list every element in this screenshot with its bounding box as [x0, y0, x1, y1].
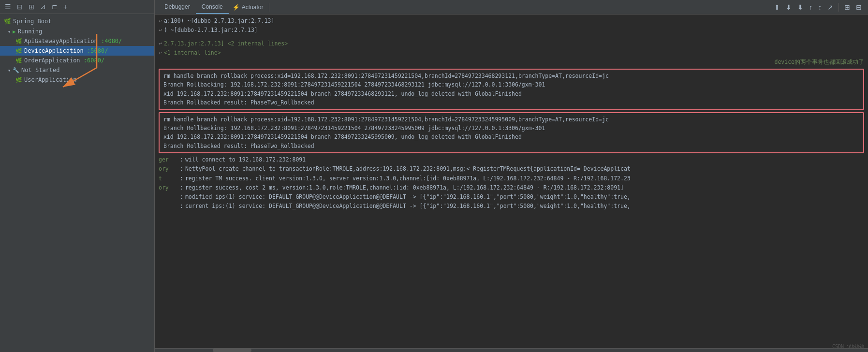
- api-gateway-item[interactable]: 🌿 ApiGatewayApplication :4080/: [0, 36, 154, 46]
- add-button[interactable]: +: [61, 2, 69, 12]
- annotation-text: device的两个事务也都回滚成功了: [155, 58, 868, 67]
- device-application-item[interactable]: 🌿 DeviceApplication :5080/: [0, 46, 154, 56]
- grid-button[interactable]: ⊟: [853, 2, 864, 13]
- spring-icon-order: 🌿: [15, 58, 22, 64]
- run-icon: ▶: [13, 29, 16, 35]
- console-line-2: ↩ ) ~[dubbo-2.7.13.jar:2.7.13]: [155, 26, 868, 35]
- sort-button[interactable]: ↕: [816, 2, 824, 13]
- download-button[interactable]: ⬇: [783, 2, 794, 13]
- wrench-icon: 🔧: [13, 67, 19, 73]
- running-group: ▾ ▶ Running 🌿 ApiGatewayApplication :408…: [0, 27, 154, 65]
- api-gateway-label: ApiGatewayApplication :4080/: [24, 38, 122, 44]
- spring-icon-user: 🌿: [15, 77, 22, 83]
- not-started-group: ▾ 🔧 Not Started 🌿 UserApplication: [0, 65, 154, 85]
- sidebar-toolbar: ☰ ⊟ ⊞ ⊿ ⊏ +: [0, 0, 154, 14]
- running-group-header[interactable]: ▾ ▶ Running: [0, 27, 154, 36]
- chevron-down-icon-2: ▾: [8, 68, 11, 73]
- funnel-icon[interactable]: ⊿: [38, 2, 48, 12]
- internal-line-1: ↩ 2.7.13.jar:2.7.13] <2 internal lines>: [155, 39, 868, 48]
- not-started-group-header[interactable]: ▾ 🔧 Not Started: [0, 65, 154, 75]
- actuator-icon: ⚡: [233, 4, 240, 11]
- pin-button[interactable]: ⊏: [50, 2, 59, 12]
- spring-icon-api: 🌿: [15, 38, 22, 44]
- watermark: CSDN @钩钩钩: [832, 343, 864, 350]
- spring-boot-root[interactable]: 🌿 Spring Boot: [0, 16, 154, 27]
- clear-button[interactable]: ↗: [825, 2, 836, 13]
- log-line-2: ory : NettyPool create channel to transa…: [155, 164, 868, 174]
- chevron-down-icon: ▾: [8, 29, 11, 34]
- internal-line-2: ↩ <1 internal line>: [155, 48, 868, 58]
- actuator-tab[interactable]: ⚡ Actuator: [229, 1, 267, 14]
- running-label: Running: [18, 28, 43, 35]
- toolbar-icons: ⬆ ⬇ ⬇ ↑ ↕ ↗ ⊞ ⊟: [772, 2, 864, 13]
- rollback-block-1: ↩ rm handle branch rollback process:xid=…: [159, 69, 864, 110]
- sidebar-tree: 🌿 Spring Boot ▾ ▶ Running 🌿 ApiGatewayAp…: [0, 14, 154, 352]
- scroll-down-button[interactable]: ⬇: [795, 2, 806, 13]
- root-label: Spring Boot: [13, 18, 51, 25]
- not-started-label: Not Started: [21, 67, 59, 73]
- actuator-label: Actuator: [242, 4, 264, 11]
- console-tab[interactable]: Console: [196, 0, 229, 14]
- console-line-1: ↩ a:100) ~[dubbo-2.7.13.jar:2.7.13]: [155, 16, 868, 26]
- table-button[interactable]: ⊞: [842, 2, 853, 13]
- toolbar-separator: [269, 3, 269, 12]
- toolbar-separator-2: [839, 3, 839, 12]
- top-toolbar: Debugger Console ⚡ Actuator ⬆ ⬇ ⬇ ↑ ↕ ↗ …: [155, 0, 868, 15]
- order-application-label: OrderApplication :6080/: [24, 57, 104, 64]
- scroll-end-button[interactable]: ↑: [807, 2, 815, 13]
- user-application-label: UserApplication: [24, 76, 76, 83]
- order-application-item[interactable]: 🌿 OrderApplication :6080/: [0, 56, 154, 65]
- stop-button[interactable]: ⊟: [15, 2, 25, 12]
- device-application-label: DeviceApplication :5080/: [24, 47, 108, 54]
- filter-button[interactable]: ⊞: [27, 2, 36, 12]
- log-line-3: t : register TM success. client version:…: [155, 174, 868, 183]
- user-application-item[interactable]: 🌿 UserApplication: [0, 75, 154, 85]
- sidebar: ☰ ⊟ ⊞ ⊿ ⊏ + 🌿 Spring Boot ▾ ▶ Running: [0, 0, 155, 352]
- scrollbar-area[interactable]: [155, 348, 868, 352]
- right-panel: Debugger Console ⚡ Actuator ⬆ ⬇ ⬇ ↑ ↕ ↗ …: [155, 0, 868, 352]
- log-line-1: ger : will connect to 192.168.172.232:80…: [155, 155, 868, 164]
- log-line-4: ory : register success, cost 2 ms, versi…: [155, 183, 868, 192]
- rollback-block-2: ↩ rm handle branch rollback process:xid=…: [159, 112, 864, 154]
- scroll-up-button[interactable]: ⬆: [772, 2, 782, 13]
- spring-leaf-icon: 🌿: [4, 18, 11, 25]
- debugger-tab[interactable]: Debugger: [159, 0, 196, 14]
- spring-icon-device: 🌿: [15, 48, 22, 54]
- scrollbar-thumb[interactable]: [213, 349, 251, 352]
- log-line-6: : current ips:(1) service: DEFAULT_GROUP…: [155, 202, 868, 211]
- rerun-button[interactable]: ☰: [3, 2, 13, 12]
- console-content[interactable]: ↩ a:100) ~[dubbo-2.7.13.jar:2.7.13] ↩ ) …: [155, 15, 868, 348]
- log-line-5: : modified ips(1) service: DEFAULT_GROUP…: [155, 192, 868, 202]
